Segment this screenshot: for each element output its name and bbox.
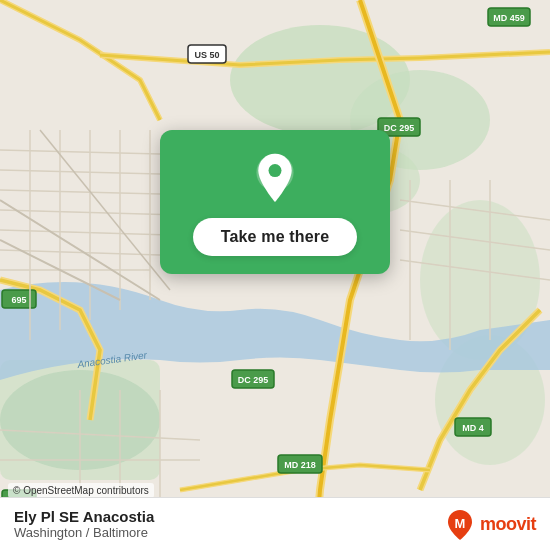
- svg-text:DC 295: DC 295: [384, 123, 415, 133]
- location-name: Ely Pl SE Anacostia: [14, 508, 154, 525]
- location-info: Ely Pl SE Anacostia Washington / Baltimo…: [14, 508, 154, 540]
- map-pin-icon: [249, 152, 301, 204]
- svg-point-52: [269, 164, 282, 177]
- svg-text:US 50: US 50: [194, 50, 219, 60]
- map-background: US 50 MD 459 DC 295 DC 295 695 MD 4 MD 2…: [0, 0, 550, 550]
- take-me-there-button[interactable]: Take me there: [193, 218, 358, 256]
- svg-text:M: M: [455, 516, 466, 531]
- svg-text:MD 4: MD 4: [462, 423, 484, 433]
- location-region: Washington / Baltimore: [14, 525, 154, 540]
- moovit-text: moovit: [480, 514, 536, 535]
- svg-text:MD 218: MD 218: [284, 460, 316, 470]
- moovit-logo: M moovit: [444, 508, 536, 540]
- location-card: Take me there: [160, 130, 390, 274]
- svg-text:DC 295: DC 295: [238, 375, 269, 385]
- moovit-icon: M: [444, 508, 476, 540]
- svg-text:695: 695: [11, 295, 26, 305]
- map-attribution: © OpenStreetMap contributors: [8, 483, 154, 498]
- svg-text:MD 459: MD 459: [493, 13, 525, 23]
- bottom-bar: Ely Pl SE Anacostia Washington / Baltimo…: [0, 497, 550, 550]
- map-container: US 50 MD 459 DC 295 DC 295 695 MD 4 MD 2…: [0, 0, 550, 550]
